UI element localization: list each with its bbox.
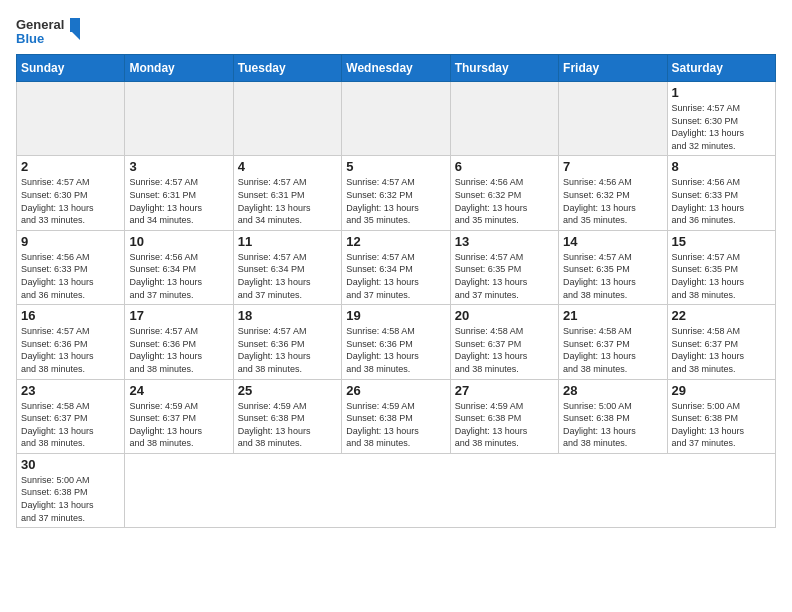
weekday-header-monday: Monday: [125, 55, 233, 82]
day-number: 10: [129, 234, 228, 249]
day-number: 12: [346, 234, 445, 249]
calendar-cell: 24Sunrise: 4:59 AM Sunset: 6:37 PM Dayli…: [125, 379, 233, 453]
calendar-cell: 21Sunrise: 4:58 AM Sunset: 6:37 PM Dayli…: [559, 305, 667, 379]
day-number: 29: [672, 383, 771, 398]
day-number: 28: [563, 383, 662, 398]
day-info: Sunrise: 4:56 AM Sunset: 6:32 PM Dayligh…: [563, 176, 662, 226]
day-info: Sunrise: 4:56 AM Sunset: 6:34 PM Dayligh…: [129, 251, 228, 301]
day-info: Sunrise: 4:57 AM Sunset: 6:36 PM Dayligh…: [129, 325, 228, 375]
calendar-cell: 14Sunrise: 4:57 AM Sunset: 6:35 PM Dayli…: [559, 230, 667, 304]
calendar-cell: 13Sunrise: 4:57 AM Sunset: 6:35 PM Dayli…: [450, 230, 558, 304]
day-info: Sunrise: 4:59 AM Sunset: 6:38 PM Dayligh…: [346, 400, 445, 450]
calendar-cell: 3Sunrise: 4:57 AM Sunset: 6:31 PM Daylig…: [125, 156, 233, 230]
day-number: 3: [129, 159, 228, 174]
day-info: Sunrise: 4:56 AM Sunset: 6:32 PM Dayligh…: [455, 176, 554, 226]
day-info: Sunrise: 4:57 AM Sunset: 6:35 PM Dayligh…: [563, 251, 662, 301]
day-number: 7: [563, 159, 662, 174]
day-number: 13: [455, 234, 554, 249]
day-number: 1: [672, 85, 771, 100]
calendar-cell: 28Sunrise: 5:00 AM Sunset: 6:38 PM Dayli…: [559, 379, 667, 453]
day-info: Sunrise: 4:57 AM Sunset: 6:34 PM Dayligh…: [238, 251, 337, 301]
calendar-cell: 8Sunrise: 4:56 AM Sunset: 6:33 PM Daylig…: [667, 156, 775, 230]
day-info: Sunrise: 4:57 AM Sunset: 6:35 PM Dayligh…: [672, 251, 771, 301]
calendar-row: 1Sunrise: 4:57 AM Sunset: 6:30 PM Daylig…: [17, 82, 776, 156]
day-info: Sunrise: 4:57 AM Sunset: 6:30 PM Dayligh…: [21, 176, 120, 226]
weekday-header-tuesday: Tuesday: [233, 55, 341, 82]
calendar-cell: 4Sunrise: 4:57 AM Sunset: 6:31 PM Daylig…: [233, 156, 341, 230]
day-info: Sunrise: 4:56 AM Sunset: 6:33 PM Dayligh…: [21, 251, 120, 301]
day-number: 16: [21, 308, 120, 323]
weekday-header-thursday: Thursday: [450, 55, 558, 82]
calendar-row: 9Sunrise: 4:56 AM Sunset: 6:33 PM Daylig…: [17, 230, 776, 304]
day-number: 22: [672, 308, 771, 323]
day-number: 26: [346, 383, 445, 398]
calendar-cell: 22Sunrise: 4:58 AM Sunset: 6:37 PM Dayli…: [667, 305, 775, 379]
day-info: Sunrise: 5:00 AM Sunset: 6:38 PM Dayligh…: [672, 400, 771, 450]
calendar-cell: 23Sunrise: 4:58 AM Sunset: 6:37 PM Dayli…: [17, 379, 125, 453]
calendar-cell: 25Sunrise: 4:59 AM Sunset: 6:38 PM Dayli…: [233, 379, 341, 453]
day-info: Sunrise: 5:00 AM Sunset: 6:38 PM Dayligh…: [563, 400, 662, 450]
calendar-cell: 7Sunrise: 4:56 AM Sunset: 6:32 PM Daylig…: [559, 156, 667, 230]
calendar-cell: 2Sunrise: 4:57 AM Sunset: 6:30 PM Daylig…: [17, 156, 125, 230]
day-info: Sunrise: 4:59 AM Sunset: 6:37 PM Dayligh…: [129, 400, 228, 450]
calendar-cell: 18Sunrise: 4:57 AM Sunset: 6:36 PM Dayli…: [233, 305, 341, 379]
day-number: 18: [238, 308, 337, 323]
calendar-cell: 30Sunrise: 5:00 AM Sunset: 6:38 PM Dayli…: [17, 453, 125, 527]
calendar-cell: [125, 82, 233, 156]
day-number: 9: [21, 234, 120, 249]
day-number: 2: [21, 159, 120, 174]
weekday-header-sunday: Sunday: [17, 55, 125, 82]
day-number: 15: [672, 234, 771, 249]
day-info: Sunrise: 4:58 AM Sunset: 6:37 PM Dayligh…: [21, 400, 120, 450]
calendar-row: 2Sunrise: 4:57 AM Sunset: 6:30 PM Daylig…: [17, 156, 776, 230]
calendar-cell: 20Sunrise: 4:58 AM Sunset: 6:37 PM Dayli…: [450, 305, 558, 379]
day-info: Sunrise: 4:57 AM Sunset: 6:36 PM Dayligh…: [21, 325, 120, 375]
calendar-cell: 6Sunrise: 4:56 AM Sunset: 6:32 PM Daylig…: [450, 156, 558, 230]
day-number: 17: [129, 308, 228, 323]
day-number: 21: [563, 308, 662, 323]
day-info: Sunrise: 4:56 AM Sunset: 6:33 PM Dayligh…: [672, 176, 771, 226]
day-info: Sunrise: 4:58 AM Sunset: 6:37 PM Dayligh…: [455, 325, 554, 375]
day-number: 24: [129, 383, 228, 398]
day-info: Sunrise: 5:00 AM Sunset: 6:38 PM Dayligh…: [21, 474, 120, 524]
day-info: Sunrise: 4:57 AM Sunset: 6:35 PM Dayligh…: [455, 251, 554, 301]
calendar-row: 23Sunrise: 4:58 AM Sunset: 6:37 PM Dayli…: [17, 379, 776, 453]
calendar-cell: 11Sunrise: 4:57 AM Sunset: 6:34 PM Dayli…: [233, 230, 341, 304]
day-number: 30: [21, 457, 120, 472]
day-info: Sunrise: 4:57 AM Sunset: 6:34 PM Dayligh…: [346, 251, 445, 301]
svg-marker-2: [70, 18, 80, 32]
svg-text:Blue: Blue: [16, 31, 44, 46]
day-info: Sunrise: 4:57 AM Sunset: 6:30 PM Dayligh…: [672, 102, 771, 152]
weekday-header-friday: Friday: [559, 55, 667, 82]
logo-svg: GeneralBlue: [16, 16, 86, 46]
calendar-cell: 15Sunrise: 4:57 AM Sunset: 6:35 PM Dayli…: [667, 230, 775, 304]
day-info: Sunrise: 4:57 AM Sunset: 6:31 PM Dayligh…: [238, 176, 337, 226]
day-number: 27: [455, 383, 554, 398]
day-info: Sunrise: 4:59 AM Sunset: 6:38 PM Dayligh…: [455, 400, 554, 450]
calendar-cell: 26Sunrise: 4:59 AM Sunset: 6:38 PM Dayli…: [342, 379, 450, 453]
calendar-cell: [450, 82, 558, 156]
calendar-cell: 16Sunrise: 4:57 AM Sunset: 6:36 PM Dayli…: [17, 305, 125, 379]
calendar-cell: 12Sunrise: 4:57 AM Sunset: 6:34 PM Dayli…: [342, 230, 450, 304]
day-number: 6: [455, 159, 554, 174]
calendar-cell: 19Sunrise: 4:58 AM Sunset: 6:36 PM Dayli…: [342, 305, 450, 379]
calendar-cell: 10Sunrise: 4:56 AM Sunset: 6:34 PM Dayli…: [125, 230, 233, 304]
calendar-cell: 1Sunrise: 4:57 AM Sunset: 6:30 PM Daylig…: [667, 82, 775, 156]
day-info: Sunrise: 4:59 AM Sunset: 6:38 PM Dayligh…: [238, 400, 337, 450]
day-info: Sunrise: 4:57 AM Sunset: 6:36 PM Dayligh…: [238, 325, 337, 375]
weekday-header-row: SundayMondayTuesdayWednesdayThursdayFrid…: [17, 55, 776, 82]
calendar-cell: [559, 82, 667, 156]
day-number: 8: [672, 159, 771, 174]
day-info: Sunrise: 4:58 AM Sunset: 6:36 PM Dayligh…: [346, 325, 445, 375]
calendar-cell: [233, 82, 341, 156]
calendar: SundayMondayTuesdayWednesdayThursdayFrid…: [16, 54, 776, 528]
calendar-cell: [17, 82, 125, 156]
weekday-header-wednesday: Wednesday: [342, 55, 450, 82]
calendar-cell: [342, 82, 450, 156]
calendar-cell: 29Sunrise: 5:00 AM Sunset: 6:38 PM Dayli…: [667, 379, 775, 453]
svg-text:General: General: [16, 17, 64, 32]
day-number: 11: [238, 234, 337, 249]
calendar-cell: 27Sunrise: 4:59 AM Sunset: 6:38 PM Dayli…: [450, 379, 558, 453]
weekday-header-saturday: Saturday: [667, 55, 775, 82]
day-number: 23: [21, 383, 120, 398]
